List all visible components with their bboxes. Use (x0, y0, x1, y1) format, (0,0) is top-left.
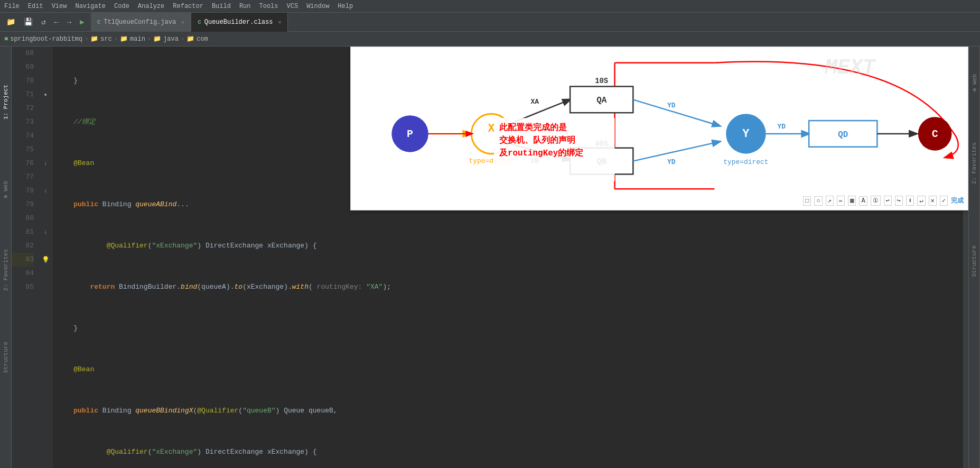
code-line-72: @Qualifier("xExchange") DirectExchange x… (57, 239, 959, 253)
breadcrumb-sep4: › (181, 35, 184, 43)
breadcrumb-src[interactable]: src (100, 35, 112, 43)
label-10s: 10S (595, 77, 608, 85)
breadcrumb-project[interactable]: springboot-rabbitmq (10, 35, 82, 43)
dt-circle-icon[interactable]: ○ (814, 196, 822, 206)
menu-file[interactable]: File (4, 3, 20, 10)
dt-close-icon[interactable]: ✕ (929, 196, 937, 206)
ln-79: 79 (12, 198, 34, 212)
gutter-74 (38, 129, 53, 143)
menu-help[interactable]: Help (338, 3, 353, 10)
breadcrumb-main[interactable]: main (130, 35, 145, 43)
right-sidebar-web[interactable]: ⊕ Web (969, 70, 980, 96)
breadcrumb: ■ springboot-rabbitmq › 📁 src › 📁 main ›… (0, 32, 980, 47)
menu-tools[interactable]: Tools (259, 3, 278, 10)
gutter-81: ↓ (38, 225, 53, 239)
dt-redo-icon[interactable]: ↪ (895, 196, 903, 206)
tab-queuebuilder-label: QueueBuilder.class (204, 19, 273, 26)
node-p-label: P (407, 128, 413, 140)
breadcrumb-java-icon: 📁 (153, 35, 161, 43)
dt-save-icon[interactable]: ↵ (917, 196, 925, 206)
ln-68: 68 (12, 47, 34, 60)
node-y-label: Y (742, 127, 750, 141)
gutter-79 (38, 198, 53, 212)
dt-check-icon[interactable]: ✓ (940, 196, 948, 206)
dt-table-icon[interactable]: ▦ (848, 196, 856, 206)
right-sidebar-structure[interactable]: Structure (969, 241, 979, 281)
toolbar-forward-icon[interactable]: → (65, 17, 73, 27)
label-yd-right: YD (778, 123, 786, 131)
gutter-75 (38, 143, 53, 157)
menu-code[interactable]: Code (114, 3, 129, 10)
tab-java-icon: C (97, 19, 101, 25)
menu-edit[interactable]: Edit (28, 3, 43, 10)
dt-pencil-icon[interactable]: ✏ (837, 196, 845, 206)
dt-arrow-icon[interactable]: ↗ (826, 196, 834, 206)
menu-run[interactable]: Run (239, 3, 251, 10)
toolbar-save-icon[interactable]: 💾 (22, 16, 35, 27)
dt-undo-icon[interactable]: ↩ (884, 196, 892, 206)
menu-build[interactable]: Build (212, 3, 231, 10)
ln-80: 80 (12, 212, 34, 225)
code-line-74: } (57, 322, 959, 335)
dt-rect-icon[interactable]: □ (803, 196, 811, 206)
node-y-sub: type=direct (723, 158, 768, 166)
gutter-84 (38, 267, 53, 280)
sidebar-item-structure[interactable]: Structure (1, 337, 11, 377)
toolbar-back-icon[interactable]: ← (52, 17, 60, 27)
tab-queuebuilder[interactable]: C QueueBuilder.class ✕ (191, 13, 288, 32)
menu-analyze[interactable]: Analyze (138, 3, 164, 10)
sidebar-item-web[interactable]: ⊕ Web (0, 177, 11, 203)
node-qd-label: QD (838, 130, 848, 140)
ln-69: 69 (12, 60, 34, 74)
tab-ttlqueueconfig-close[interactable]: ✕ (181, 19, 184, 25)
line-numbers: 68 69 70 71 72 73 74 75 76 77 78 79 80 8… (12, 47, 38, 468)
node-c-label: C (932, 128, 938, 140)
gutter-83: 💡 (38, 253, 53, 267)
menu-window[interactable]: Window (306, 3, 329, 10)
label-yd-upper: YD (667, 102, 676, 109)
left-side-panel: 1: Project ⊕ Web 2: Favorites Structure (0, 47, 12, 468)
code-line-76: public Binding queueBBindingX(@Qualifier… (57, 404, 959, 418)
dt-done-button[interactable]: 完成 (951, 196, 964, 205)
menu-view[interactable]: View (52, 3, 67, 10)
menu-refactor[interactable]: Refactor (173, 3, 203, 10)
right-sidebar-favorites[interactable]: 2: Favorites (969, 138, 979, 188)
breadcrumb-com[interactable]: com (197, 35, 208, 43)
dt-download-icon[interactable]: ⬇ (906, 196, 914, 206)
tab-class-icon: C (198, 19, 201, 25)
label-yd-lower: YD (667, 158, 676, 166)
ln-83: 83 (12, 253, 34, 267)
gutter-73 (38, 115, 53, 129)
toolbar-open-icon[interactable]: 📁 (4, 16, 17, 27)
ln-77: 77 (12, 170, 34, 184)
breadcrumb-sep2: › (114, 35, 118, 43)
diagram-toolbar: □ ○ ↗ ✏ ▦ A ① ↩ ↪ ⬇ ↵ ✕ ✓ 完成 (803, 196, 964, 206)
toolbar-run-icon[interactable]: ▶ (78, 16, 86, 27)
label-xa: XA (531, 98, 539, 106)
breadcrumb-src-icon: 📁 (90, 35, 98, 43)
ln-81: 81 (12, 225, 34, 239)
sidebar-item-project[interactable]: 1: Project (1, 80, 11, 124)
menu-navigate[interactable]: Navigate (75, 3, 106, 10)
breadcrumb-java[interactable]: java (163, 35, 179, 43)
ln-73: 73 (12, 115, 34, 129)
tab-ttlqueueconfig-label: TtlQueueConfig.java (104, 19, 176, 26)
gutter-82 (38, 239, 53, 253)
dt-text-icon[interactable]: A (859, 196, 867, 206)
breadcrumb-com-icon: 📁 (186, 35, 194, 43)
tab-ttlqueueconfig[interactable]: C TtlQueueConfig.java ✕ (91, 13, 191, 32)
ln-72: 72 (12, 102, 34, 115)
breadcrumb-sep3: › (147, 35, 151, 43)
code-area: 68 69 70 71 72 73 74 75 76 77 78 79 80 8… (12, 47, 968, 468)
gutter-77 (38, 170, 53, 184)
sidebar-item-favorites[interactable]: 2: Favorites (1, 245, 11, 295)
ln-75: 75 (12, 143, 34, 157)
ln-74: 74 (12, 129, 34, 143)
main-layout: 1: Project ⊕ Web 2: Favorites Structure … (0, 47, 980, 468)
tab-queuebuilder-close[interactable]: ✕ (278, 19, 281, 25)
dt-num-icon[interactable]: ① (871, 196, 881, 206)
breadcrumb-main-icon: 📁 (120, 35, 128, 43)
toolbar-refresh-icon[interactable]: ↺ (39, 16, 48, 27)
menu-vcs[interactable]: VCS (287, 3, 298, 10)
gutter-69 (38, 60, 53, 74)
